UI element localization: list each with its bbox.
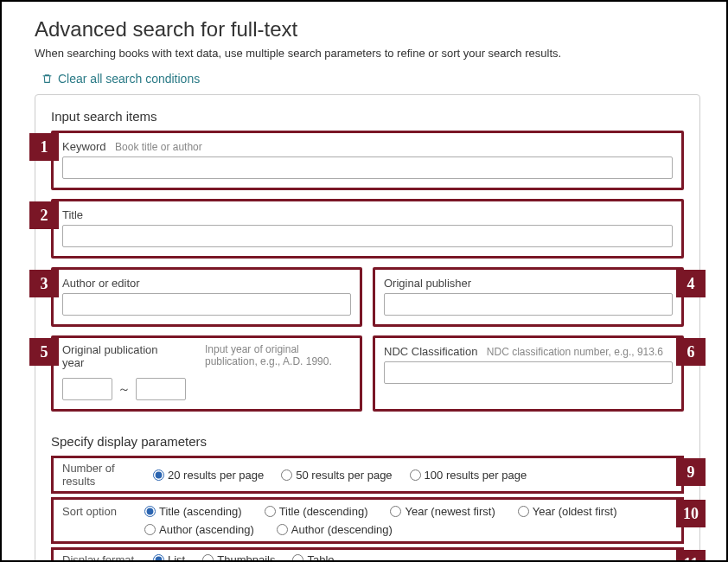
badge-5: 5: [29, 338, 59, 366]
author-field: 3 Author or editor: [51, 267, 362, 327]
pubyear-from-input[interactable]: [62, 378, 112, 400]
sort-opt-5[interactable]: Author (descending): [277, 523, 393, 536]
clear-all-link-top[interactable]: Clear all search conditions: [42, 72, 200, 86]
display-fmt-opt-1[interactable]: Thumbnails: [202, 553, 275, 562]
input-section-title: Input search items: [51, 109, 684, 124]
search-panel: Input search items 1 Keyword Book title …: [35, 94, 700, 562]
pubyear-hint: Input year of original publication, e.g.…: [205, 343, 351, 367]
pubyear-label: Original publication year: [62, 343, 175, 369]
sort-row: 10 Sort option Title (ascending) Title (…: [51, 497, 684, 544]
sort-opt-3[interactable]: Year (oldest first): [518, 505, 617, 518]
title-field: 2 Title: [51, 199, 684, 259]
pubyear-to-input[interactable]: [136, 378, 186, 400]
num-results-row: 9 Number of results 20 results per page …: [51, 456, 684, 494]
display-fmt-opt-0[interactable]: List: [153, 553, 185, 562]
ndc-hint: NDC classification number, e.g., 913.6: [487, 346, 663, 358]
display-format-label: Display format: [62, 553, 144, 562]
publisher-field: 4 Original publisher: [373, 267, 684, 327]
page-title: Advanced search for full-text: [35, 17, 700, 42]
badge-3: 3: [29, 270, 59, 297]
sort-opt-2[interactable]: Year (newest first): [390, 505, 495, 518]
num-results-label: Number of results: [62, 462, 144, 488]
num-results-opt-0[interactable]: 20 results per page: [153, 469, 264, 482]
display-format-row: 11 Display format List Thumbnails Table: [51, 547, 684, 562]
sort-label: Sort option: [62, 505, 144, 520]
num-results-opt-1[interactable]: 50 results per page: [281, 469, 392, 482]
ndc-field: 6 NDC Classification NDC classification …: [373, 335, 684, 412]
pubyear-field: 5 Original publication year ～ Input year…: [51, 335, 362, 412]
num-results-opt-2[interactable]: 100 results per page: [410, 469, 527, 482]
ndc-input[interactable]: [384, 361, 673, 384]
keyword-hint: Book title or author: [115, 141, 202, 153]
author-label: Author or editor: [62, 277, 140, 290]
keyword-field: 1 Keyword Book title or author: [51, 131, 684, 190]
display-section-title: Specify display parameters: [51, 434, 684, 449]
page-subtitle: When searching books with text data, use…: [35, 47, 700, 60]
sort-opt-1[interactable]: Title (descending): [265, 505, 368, 518]
title-input[interactable]: [62, 225, 673, 247]
author-input[interactable]: [62, 293, 351, 316]
badge-1: 1: [29, 133, 59, 161]
clear-all-label: Clear all search conditions: [58, 72, 200, 86]
display-fmt-opt-2[interactable]: Table: [292, 553, 334, 562]
tilde-icon: ～: [118, 381, 131, 398]
badge-2: 2: [29, 201, 59, 229]
trash-icon: [42, 73, 53, 85]
title-label: Title: [62, 208, 83, 221]
badge-11: 11: [676, 550, 706, 562]
sort-opt-0[interactable]: Title (ascending): [144, 505, 242, 518]
badge-6: 6: [676, 338, 706, 366]
publisher-input[interactable]: [384, 293, 673, 316]
sort-opt-4[interactable]: Author (ascending): [144, 523, 254, 536]
badge-9: 9: [676, 458, 706, 486]
publisher-label: Original publisher: [384, 277, 471, 290]
badge-10: 10: [676, 500, 706, 527]
keyword-input[interactable]: [62, 156, 673, 179]
keyword-label: Keyword: [62, 140, 106, 153]
ndc-label: NDC Classification: [384, 345, 477, 358]
badge-4: 4: [676, 270, 706, 297]
